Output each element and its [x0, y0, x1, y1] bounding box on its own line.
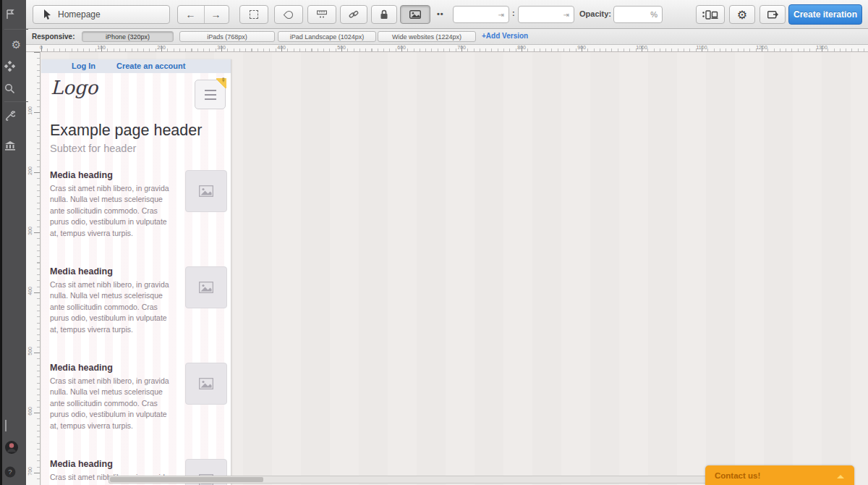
horizontal-scrollbar[interactable]: [109, 476, 783, 484]
media-block[interactable]: Media heading Cras sit amet nibh libero,…: [50, 266, 227, 359]
ruler-vertical: 100200300400500600700: [26, 52, 41, 485]
hamburger-bar: [205, 90, 216, 91]
ruler-tick-label: 700: [457, 45, 466, 50]
ruler-tick-label: 600: [397, 45, 406, 50]
ruler-tick-label: 200: [157, 45, 166, 50]
ruler-tick-label: 1300: [816, 45, 827, 50]
shape-mask-button[interactable]: [274, 5, 303, 24]
ruler-tick-label: 400: [27, 287, 33, 295]
ruler-tick-label: 900: [577, 45, 586, 50]
top-toolbar: Homepage ← → •• ⇥ : ⇥ Op: [26, 0, 868, 29]
page-header-text[interactable]: Example page header: [50, 122, 202, 140]
image-placeholder[interactable]: [185, 363, 227, 405]
responsive-label: Responsive:: [32, 33, 75, 41]
contact-us-label: Contact us!: [715, 471, 760, 480]
search-icon[interactable]: [4, 83, 28, 94]
ruler-tick-label: 300: [217, 45, 226, 50]
gear-icon: ⚙: [737, 8, 747, 22]
components-icon[interactable]: [4, 61, 28, 72]
wireframe-page[interactable]: Log In Create an account Logo ✎ Example …: [41, 59, 231, 485]
devices-icon: [702, 10, 718, 20]
cursor-icon: [43, 9, 51, 20]
export-icon: [767, 10, 778, 19]
ruler-tick-label: 800: [517, 45, 526, 50]
ruler-tick-label: 1200: [756, 45, 767, 50]
editor-canvas[interactable]: Log In Create an account Logo ✎ Example …: [41, 52, 868, 485]
wh-separator: :: [512, 9, 515, 17]
contact-us-widget[interactable]: Contact us!: [705, 465, 854, 485]
width-constraint-icon: ⇥: [498, 11, 504, 19]
sidebar-separator: [4, 101, 28, 102]
image-placeholder[interactable]: [185, 266, 227, 308]
user-avatar[interactable]: [4, 440, 28, 455]
design-library-icon[interactable]: [4, 140, 28, 151]
ruler-tick-label: 0: [40, 45, 43, 50]
image-icon: [409, 10, 421, 19]
scrollbar-thumb[interactable]: [110, 477, 263, 482]
height-field[interactable]: ⇥: [518, 6, 574, 23]
undo-button[interactable]: ←: [178, 9, 203, 20]
lock-button[interactable]: [371, 5, 397, 24]
settings-button[interactable]: ⚙: [729, 5, 755, 24]
breakpoint-tab-ipad-landscape[interactable]: iPad Landscape (1024px): [278, 31, 376, 42]
ruler-horizontal: 0100200300400500600700800900100011001200…: [26, 45, 868, 52]
export-button[interactable]: [760, 5, 786, 24]
pencil-icon: ✎: [219, 76, 227, 84]
page-subtext[interactable]: Subtext for header: [50, 143, 136, 154]
button-divider: [204, 6, 205, 23]
media-body: Cras sit amet nibh libero, in gravida nu…: [50, 376, 176, 431]
image-placeholder[interactable]: [185, 170, 227, 212]
ruler-tick-label: 1100: [696, 45, 707, 50]
create-iteration-button[interactable]: Create iteration: [788, 4, 862, 25]
ruler-tick-label: 100: [97, 45, 106, 50]
add-version-link[interactable]: +Add Version: [482, 32, 528, 40]
media-block[interactable]: Media heading Cras sit amet nibh libero,…: [50, 170, 227, 263]
page-selector-label: Homepage: [58, 9, 101, 20]
measure-button[interactable]: [307, 5, 336, 24]
ruler-tick-label: 1000: [636, 45, 647, 50]
create-account-link[interactable]: Create an account: [116, 62, 185, 70]
ruler-tick-label: 100: [27, 106, 33, 115]
sticky-note-icon[interactable]: ✎: [216, 78, 226, 88]
opacity-label: Opacity:: [579, 9, 611, 18]
tools-wrench-icon[interactable]: [4, 110, 28, 121]
media-body: Cras sit amet nibh libero, in gravida nu…: [50, 279, 176, 335]
logo-text[interactable]: Logo: [51, 77, 98, 98]
ruler-icon: [317, 10, 327, 19]
link-button[interactable]: [340, 5, 367, 24]
help-icon[interactable]: ?: [4, 466, 28, 478]
hamburger-bar: [205, 98, 216, 100]
opacity-field[interactable]: %: [613, 6, 663, 23]
marquee-select-button[interactable]: [239, 5, 268, 24]
responsive-bar: Responsive: iPhone (320px) iPads (768px)…: [26, 29, 868, 45]
ruler-tick-label: 500: [27, 347, 33, 355]
login-link[interactable]: Log In: [72, 62, 95, 70]
wireframe-topnav[interactable]: Log In Create an account: [41, 59, 231, 73]
sidebar-separator: [4, 29, 28, 30]
preview-devices-button[interactable]: [696, 5, 725, 24]
more-options-dots[interactable]: ••: [437, 9, 444, 18]
media-block[interactable]: Media heading Cras sit amet nibh libero,…: [50, 363, 227, 455]
breakpoint-tab-ipad[interactable]: iPads (768px): [179, 31, 275, 42]
hamburger-menu-button[interactable]: ✎: [195, 80, 226, 109]
ruler-tick-label: 700: [27, 467, 33, 476]
chevron-up-icon[interactable]: [837, 475, 844, 478]
pages-flag-icon[interactable]: [4, 9, 28, 20]
svg-text:?: ?: [8, 468, 12, 476]
breakpoint-tab-wide[interactable]: Wide websites (1224px): [378, 31, 476, 42]
ruler-tick-label: 400: [277, 45, 286, 50]
collapse-handle-icon[interactable]: [4, 420, 28, 431]
ruler-tick-label: 200: [27, 166, 33, 175]
page-selector-button[interactable]: Homepage: [33, 5, 170, 24]
undo-redo-group: ← →: [177, 5, 229, 24]
hamburger-bar: [205, 94, 216, 96]
redo-button[interactable]: →: [203, 9, 229, 20]
settings-gear-icon[interactable]: ⚙: [4, 39, 28, 50]
breakpoint-tab-iphone[interactable]: iPhone (320px): [82, 31, 174, 42]
ruler-tick-label: 300: [27, 227, 33, 235]
width-field[interactable]: ⇥: [453, 6, 509, 23]
shape-icon: [283, 9, 294, 20]
image-fill-button[interactable]: [400, 5, 430, 24]
lock-icon: [380, 9, 388, 20]
height-constraint-icon: ⇥: [563, 11, 569, 19]
